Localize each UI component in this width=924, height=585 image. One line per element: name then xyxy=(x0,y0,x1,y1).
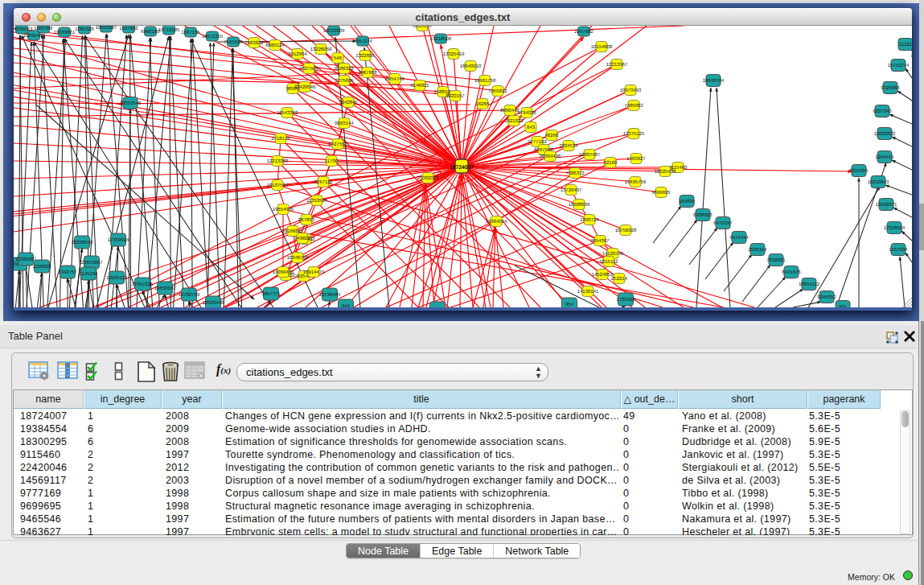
svg-text:13385061: 13385061 xyxy=(15,257,37,262)
svg-text:9245052: 9245052 xyxy=(817,295,836,300)
svg-text:1527602: 1527602 xyxy=(119,26,138,31)
svg-text:1065328: 1065328 xyxy=(75,27,94,32)
svg-text:12093822: 12093822 xyxy=(874,131,896,137)
svg-text:8603144: 8603144 xyxy=(335,121,354,126)
svg-text:2967608: 2967608 xyxy=(358,70,377,76)
svg-text:15692971: 15692971 xyxy=(876,202,897,208)
svg-text:3267110: 3267110 xyxy=(314,179,334,185)
svg-text:14136141: 14136141 xyxy=(577,289,599,295)
svg-text:10688609: 10688609 xyxy=(569,202,590,208)
svg-text:1322605: 1322605 xyxy=(355,53,375,59)
svg-text:924: 924 xyxy=(839,304,848,307)
svg-text:8427552: 8427552 xyxy=(328,142,347,147)
svg-text:1463627: 1463627 xyxy=(626,156,646,162)
svg-text:1667135: 1667135 xyxy=(181,30,200,35)
svg-text:10653287: 10653287 xyxy=(96,26,117,31)
svg-text:10025438: 10025438 xyxy=(655,169,676,175)
svg-text:2935114: 2935114 xyxy=(749,247,768,253)
svg-text:10654112: 10654112 xyxy=(799,282,820,287)
svg-text:1621022: 1621022 xyxy=(504,118,524,124)
svg-text:9242845: 9242845 xyxy=(339,100,358,105)
svg-text:3912954: 3912954 xyxy=(288,51,307,57)
svg-text:16671355: 16671355 xyxy=(202,34,224,39)
svg-text:17016504: 17016504 xyxy=(884,225,906,231)
svg-text:11700: 11700 xyxy=(325,159,339,164)
svg-text:12375125: 12375125 xyxy=(623,131,645,137)
svg-text:46266: 46266 xyxy=(545,133,559,138)
svg-text:9474444: 9474444 xyxy=(729,235,749,241)
svg-text:8660124: 8660124 xyxy=(265,43,285,48)
svg-text:2718176: 2718176 xyxy=(271,136,290,142)
svg-text:19218506: 19218506 xyxy=(430,36,452,42)
svg-text:16961758: 16961758 xyxy=(474,78,496,84)
svg-text:20053346: 20053346 xyxy=(120,101,142,106)
svg-text:16914479: 16914479 xyxy=(303,270,325,275)
svg-text:7357274: 7357274 xyxy=(353,39,372,44)
svg-text:16640910: 16640910 xyxy=(460,64,482,69)
svg-text:19858187: 19858187 xyxy=(154,286,176,291)
svg-text:12213967: 12213967 xyxy=(606,62,628,68)
svg-text:19654985: 19654985 xyxy=(273,207,294,212)
svg-text:1145194: 1145194 xyxy=(80,271,99,277)
svg-text:10154808: 10154808 xyxy=(591,44,613,50)
svg-text:252214: 252214 xyxy=(611,276,628,282)
svg-text:1890724: 1890724 xyxy=(580,217,599,223)
svg-text:8938923: 8938923 xyxy=(693,212,713,218)
svg-text:10107554: 10107554 xyxy=(267,183,289,188)
svg-text:349822: 349822 xyxy=(294,236,311,241)
svg-text:9654067: 9654067 xyxy=(590,238,610,244)
svg-text:19384554: 19384554 xyxy=(486,219,507,225)
svg-text:867833: 867833 xyxy=(298,217,315,223)
svg-text:9329966: 9329966 xyxy=(881,85,900,91)
svg-text:11353594: 11353594 xyxy=(306,198,328,204)
svg-text:13495756: 13495756 xyxy=(625,179,647,185)
svg-text:1244415: 1244415 xyxy=(875,154,894,160)
svg-text:1167534: 1167534 xyxy=(889,247,909,253)
svg-text:12505115: 12505115 xyxy=(106,275,128,281)
svg-text:1815112: 1815112 xyxy=(600,259,619,265)
svg-text:643: 643 xyxy=(527,125,536,130)
svg-text:7515526: 7515526 xyxy=(224,39,243,45)
svg-text:14099483: 14099483 xyxy=(273,270,294,275)
svg-text:25302023: 25302023 xyxy=(417,175,439,181)
svg-text:10046768: 10046768 xyxy=(287,255,309,261)
svg-text:2047682: 2047682 xyxy=(574,29,593,35)
svg-text:7632621: 7632621 xyxy=(766,257,786,263)
svg-text:546: 546 xyxy=(334,56,343,61)
svg-text:3824534: 3824534 xyxy=(559,143,578,149)
svg-text:7663822: 7663822 xyxy=(244,40,264,46)
svg-text:23975867: 23975867 xyxy=(81,260,103,266)
svg-text:8454749: 8454749 xyxy=(385,76,405,82)
svg-text:17957225: 17957225 xyxy=(132,282,154,287)
svg-text:16265: 16265 xyxy=(476,101,490,107)
svg-text:9327509: 9327509 xyxy=(299,66,318,72)
svg-text:13325419: 13325419 xyxy=(443,51,465,57)
svg-text:14120746: 14120746 xyxy=(602,251,624,257)
svg-text:62160: 62160 xyxy=(604,160,618,166)
svg-text:8186323: 8186323 xyxy=(335,66,354,72)
svg-text:8471676: 8471676 xyxy=(782,270,801,275)
svg-text:20206558: 20206558 xyxy=(72,240,93,245)
svg-text:3275685: 3275685 xyxy=(335,78,354,84)
svg-text:12923448: 12923448 xyxy=(203,300,224,306)
svg-text:10973493: 10973493 xyxy=(620,88,642,93)
svg-text:6479197: 6479197 xyxy=(713,220,733,226)
svg-text:10807487: 10807487 xyxy=(579,152,601,158)
svg-text:16782759: 16782759 xyxy=(179,292,200,298)
svg-text:1903386: 1903386 xyxy=(34,26,53,31)
svg-text:1733426: 1733426 xyxy=(616,297,635,303)
svg-text:164095: 164095 xyxy=(679,199,696,204)
svg-text:20364436: 20364436 xyxy=(540,154,561,159)
svg-text:12213383: 12213383 xyxy=(267,159,289,164)
svg-text:11121: 11121 xyxy=(899,42,912,47)
svg-text:16543362: 16543362 xyxy=(277,110,298,116)
svg-text:9699695: 9699695 xyxy=(651,190,671,196)
svg-text:9227343: 9227343 xyxy=(873,109,892,114)
svg-text:944: 944 xyxy=(342,303,351,307)
svg-text:10756928: 10756928 xyxy=(615,228,637,233)
svg-text:9794028: 9794028 xyxy=(517,110,536,116)
svg-text:18724007: 18724007 xyxy=(450,165,474,171)
svg-text:20691406: 20691406 xyxy=(23,33,45,39)
svg-text:7955812: 7955812 xyxy=(488,89,507,94)
svg-text:954: 954 xyxy=(565,302,574,307)
